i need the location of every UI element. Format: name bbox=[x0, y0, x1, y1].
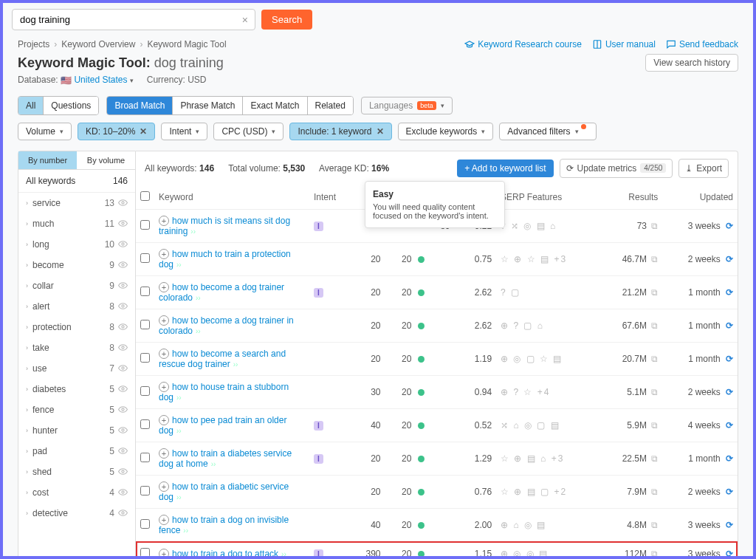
eye-icon[interactable] bbox=[118, 239, 128, 249]
eye-icon[interactable] bbox=[118, 425, 128, 435]
eye-icon[interactable] bbox=[118, 467, 128, 476]
eye-icon[interactable] bbox=[118, 322, 128, 332]
expand-icon[interactable]: + bbox=[159, 382, 169, 392]
sidebar-item-cost[interactable]: ›cost4 bbox=[18, 482, 135, 503]
filter-cpc[interactable]: CPC (USD)▾ bbox=[213, 123, 284, 140]
eye-icon[interactable] bbox=[118, 405, 128, 414]
sidebar-item-much[interactable]: ›much11 bbox=[18, 213, 135, 234]
tab-broad-match[interactable]: Broad Match bbox=[107, 97, 173, 114]
eye-icon[interactable] bbox=[118, 198, 128, 208]
close-icon[interactable]: ✕ bbox=[140, 126, 147, 137]
sidebar-item-diabetes[interactable]: ›diabetes5 bbox=[18, 379, 135, 399]
open-icon[interactable]: ›› bbox=[196, 294, 201, 302]
sidebar-item-take[interactable]: ›take8 bbox=[18, 337, 135, 358]
search-button[interactable]: Search bbox=[261, 10, 312, 30]
sidebar-tab-by-number[interactable]: By number bbox=[18, 151, 77, 169]
send-feedback-link[interactable]: Send feedback bbox=[666, 39, 738, 49]
sidebar-item-hunter[interactable]: ›hunter5 bbox=[18, 420, 135, 441]
crumb-current[interactable]: Keyword Magic Tool bbox=[147, 39, 226, 49]
keyword-link[interactable]: how to become a dog trainer colorado bbox=[159, 282, 284, 303]
refresh-row-icon[interactable]: ⟳ bbox=[726, 221, 733, 231]
sidebar-item-become[interactable]: ›become9 bbox=[18, 255, 135, 275]
open-icon[interactable]: ›› bbox=[196, 327, 201, 335]
eye-icon[interactable] bbox=[118, 281, 128, 290]
view-search-history-button[interactable]: View search history bbox=[645, 54, 738, 72]
refresh-row-icon[interactable]: ⟳ bbox=[726, 549, 733, 559]
keyword-research-course-link[interactable]: Keyword Research course bbox=[464, 39, 582, 49]
clear-search-icon[interactable]: × bbox=[242, 14, 248, 26]
sidebar-item-protection[interactable]: ›protection8 bbox=[18, 317, 135, 337]
user-manual-link[interactable]: User manual bbox=[592, 39, 656, 49]
row-checkbox[interactable] bbox=[140, 253, 150, 263]
eye-icon[interactable] bbox=[118, 301, 128, 311]
copy-icon[interactable]: ⧉ bbox=[651, 487, 658, 497]
filter-kd[interactable]: KD: 10–20%✕ bbox=[78, 123, 155, 140]
expand-icon[interactable]: + bbox=[159, 549, 169, 559]
languages-filter[interactable]: Languagesbeta▾ bbox=[361, 97, 453, 114]
open-icon[interactable]: ›› bbox=[176, 394, 182, 402]
tab-related[interactable]: Related bbox=[308, 97, 353, 114]
sidebar-item-pad[interactable]: ›pad5 bbox=[18, 441, 135, 462]
expand-icon[interactable]: + bbox=[159, 448, 169, 459]
copy-icon[interactable]: ⧉ bbox=[651, 549, 658, 559]
col-intent[interactable]: Intent bbox=[309, 185, 352, 210]
eye-icon[interactable] bbox=[118, 343, 128, 352]
sidebar-item-use[interactable]: ›use7 bbox=[18, 358, 135, 379]
open-icon[interactable]: ›› bbox=[176, 261, 182, 269]
eye-icon[interactable] bbox=[118, 446, 128, 456]
expand-icon[interactable]: + bbox=[159, 481, 169, 492]
row-checkbox[interactable] bbox=[140, 287, 150, 296]
filter-exclude[interactable]: Exclude keywords▾ bbox=[398, 123, 494, 140]
database-select[interactable]: United States ▾ bbox=[74, 75, 133, 85]
copy-icon[interactable]: ⧉ bbox=[651, 520, 658, 530]
open-icon[interactable]: ›› bbox=[211, 460, 216, 468]
eye-icon[interactable] bbox=[118, 363, 128, 373]
eye-icon[interactable] bbox=[118, 487, 128, 497]
open-icon[interactable]: ›› bbox=[176, 427, 182, 435]
expand-icon[interactable]: + bbox=[159, 349, 169, 359]
eye-icon[interactable] bbox=[118, 219, 128, 228]
keyword-link[interactable]: how to train a dog to attack bbox=[172, 549, 278, 559]
row-checkbox[interactable] bbox=[140, 548, 150, 558]
eye-icon[interactable] bbox=[118, 508, 128, 518]
update-metrics-button[interactable]: ⟳Update metrics4/250 bbox=[560, 159, 673, 178]
sidebar-item-service[interactable]: ›service13 bbox=[18, 193, 135, 213]
row-checkbox[interactable] bbox=[140, 453, 150, 462]
search-input[interactable] bbox=[12, 9, 255, 30]
row-checkbox[interactable] bbox=[140, 353, 150, 363]
tab-exact-match[interactable]: Exact Match bbox=[243, 97, 307, 114]
expand-icon[interactable]: + bbox=[159, 515, 169, 525]
refresh-row-icon[interactable]: ⟳ bbox=[726, 287, 733, 298]
sidebar-item-alert[interactable]: ›alert8 bbox=[18, 296, 135, 317]
select-all-checkbox[interactable] bbox=[140, 191, 150, 201]
sidebar-tab-by-volume[interactable]: By volume bbox=[77, 151, 135, 169]
filter-volume[interactable]: Volume▾ bbox=[18, 123, 72, 140]
add-to-keyword-list-button[interactable]: + Add to keyword list bbox=[457, 160, 553, 177]
sidebar-item-detective[interactable]: ›detective4 bbox=[18, 503, 135, 524]
sidebar-item-long[interactable]: ›long10 bbox=[18, 234, 135, 255]
refresh-row-icon[interactable]: ⟳ bbox=[726, 387, 733, 397]
eye-icon[interactable] bbox=[118, 260, 128, 270]
row-checkbox[interactable] bbox=[140, 486, 150, 495]
keyword-link[interactable]: how to train a diabetes service dog at h… bbox=[159, 448, 292, 469]
copy-icon[interactable]: ⧉ bbox=[651, 453, 658, 464]
copy-icon[interactable]: ⧉ bbox=[651, 320, 658, 331]
copy-icon[interactable]: ⧉ bbox=[651, 387, 658, 397]
sidebar-item-fence[interactable]: ›fence5 bbox=[18, 399, 135, 420]
keyword-link[interactable]: how to become a dog trainer in colorado bbox=[159, 315, 294, 336]
crumb-overview[interactable]: Keyword Overview bbox=[61, 39, 135, 49]
refresh-row-icon[interactable]: ⟳ bbox=[726, 453, 733, 464]
tab-phrase-match[interactable]: Phrase Match bbox=[173, 97, 243, 114]
refresh-row-icon[interactable]: ⟳ bbox=[726, 254, 733, 264]
expand-icon[interactable]: + bbox=[159, 415, 169, 425]
export-button[interactable]: ⤓Export bbox=[678, 159, 729, 178]
open-icon[interactable]: ›› bbox=[176, 493, 182, 501]
filter-include[interactable]: Include: 1 keyword✕ bbox=[289, 123, 391, 140]
expand-icon[interactable]: + bbox=[159, 216, 169, 226]
copy-icon[interactable]: ⧉ bbox=[651, 254, 658, 264]
expand-icon[interactable]: + bbox=[159, 249, 169, 259]
filter-advanced[interactable]: Advanced filters▾ bbox=[499, 123, 596, 140]
copy-icon[interactable]: ⧉ bbox=[651, 354, 658, 364]
tab-all[interactable]: All bbox=[18, 97, 44, 114]
refresh-row-icon[interactable]: ⟳ bbox=[726, 420, 733, 431]
